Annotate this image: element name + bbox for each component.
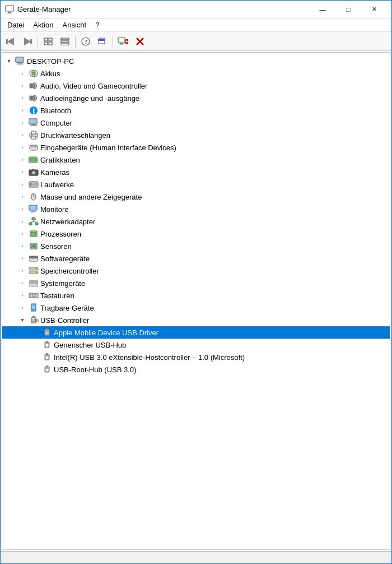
drucker-label: Druckwarteschlangen: [40, 131, 110, 140]
tragbare-expander[interactable]: ›: [18, 303, 27, 312]
gpu-expander[interactable]: ›: [18, 155, 27, 164]
audio-icon: [29, 81, 39, 91]
cpu-icon: [29, 229, 39, 239]
svg-rect-47: [31, 136, 36, 139]
update-driver-button[interactable]: [115, 34, 131, 49]
akkus-expander[interactable]: ›: [18, 69, 27, 78]
svg-point-51: [31, 146, 33, 148]
laufwerke-expander[interactable]: ›: [18, 180, 27, 189]
category-audio[interactable]: › Audio, Video und Gamecontroller: [2, 80, 390, 92]
root-label: DESKTOP-PC: [27, 57, 74, 66]
sysdev-expander[interactable]: ›: [18, 279, 27, 288]
svg-rect-30: [16, 58, 24, 62]
usb-child-root-hub[interactable]: › USB-Root-Hub (USB 3.0): [2, 363, 390, 376]
drucker-expander[interactable]: ›: [18, 131, 27, 140]
menu-datei[interactable]: Datei: [3, 20, 29, 30]
svg-rect-90: [31, 258, 36, 259]
menu-help[interactable]: ?: [91, 20, 104, 30]
root-hub-label: USB-Root-Hub (USB 3.0): [54, 366, 136, 374]
monitore-expander[interactable]: ›: [18, 205, 27, 214]
category-monitore[interactable]: › Monitore: [2, 203, 390, 215]
svg-rect-98: [29, 293, 38, 298]
maeuse-expander[interactable]: ›: [18, 192, 27, 201]
software-expander[interactable]: ›: [18, 254, 27, 263]
audio-expander[interactable]: ›: [18, 81, 27, 90]
root-expander[interactable]: ▼: [4, 57, 13, 66]
svg-rect-8: [44, 42, 48, 45]
help-button[interactable]: ?: [78, 34, 94, 49]
tastaturen-expander[interactable]: ›: [18, 291, 27, 300]
netzwerk-expander[interactable]: ›: [18, 217, 27, 226]
category-prozessoren[interactable]: › Prozessoren: [2, 228, 390, 240]
svg-rect-35: [30, 84, 32, 88]
svg-rect-78: [31, 232, 36, 235]
category-computer[interactable]: › Computer: [2, 117, 390, 129]
back-button[interactable]: [3, 34, 18, 49]
minimize-button[interactable]: —: [310, 1, 335, 19]
tree-root[interactable]: ▼ DESKTOP-PC: [2, 55, 390, 67]
usb-child-generic-hub[interactable]: › Generischer USB-Hub: [2, 339, 390, 351]
svg-line-76: [34, 221, 37, 223]
device-tree[interactable]: ▼ DESKTOP-PC ›: [2, 52, 390, 550]
category-hid[interactable]: › Eingabegeräte (Human Interface Devices…: [2, 141, 390, 154]
apple-usb-label: Apple Mobile Device USB Driver: [54, 329, 158, 337]
sysdev-label: Systemgeräte: [40, 279, 85, 288]
menu-aktion[interactable]: Aktion: [29, 20, 58, 30]
audioeingaenge-expander[interactable]: ›: [18, 94, 27, 103]
view-btn-1[interactable]: [40, 34, 56, 49]
forward-button[interactable]: [20, 34, 35, 49]
speicher-expander[interactable]: ›: [18, 266, 27, 275]
svg-line-75: [31, 221, 34, 223]
usb-label: USB-Controller: [40, 316, 89, 325]
kameras-label: Kameras: [40, 168, 69, 177]
kameras-expander[interactable]: ›: [18, 168, 27, 177]
scan-changes-button[interactable]: [95, 34, 110, 49]
category-laufwerke[interactable]: › Laufwerke: [2, 178, 390, 191]
hid-expander[interactable]: ›: [18, 143, 27, 152]
svg-rect-9: [49, 38, 52, 41]
maximize-button[interactable]: □: [335, 1, 361, 19]
sensoren-expander[interactable]: ›: [18, 242, 27, 251]
svg-marker-38: [32, 95, 35, 101]
category-systemgeraete[interactable]: › Systemgeräte: [2, 277, 390, 289]
root-hub-icon: [42, 364, 52, 375]
category-netzwerk[interactable]: › Netzwerkadapter: [2, 215, 390, 228]
category-usb[interactable]: ▼ USB USB-Controller: [2, 314, 390, 326]
bluetooth-label: Bluetooth: [40, 107, 71, 115]
svg-rect-71: [32, 218, 35, 220]
svg-rect-104: [32, 296, 35, 297]
category-tastaturen[interactable]: › Tastaturen: [2, 289, 390, 302]
monitore-label: Monitore: [40, 205, 69, 214]
category-maeuse[interactable]: › Mäuse und andere Zeigegeräte: [2, 191, 390, 203]
menu-ansicht[interactable]: Ansicht: [58, 20, 91, 30]
monitor-icon: [29, 204, 39, 214]
svg-rect-2: [7, 13, 12, 13]
usb-child-intel[interactable]: › Intel(R) USB 3.0 eXtensible-Hostcontro…: [2, 351, 390, 363]
svg-point-34: [33, 73, 35, 75]
computer-expander[interactable]: ›: [18, 118, 27, 127]
category-akkus[interactable]: › Akkus: [2, 67, 390, 80]
category-speicher[interactable]: › Speichercontroller: [2, 265, 390, 277]
prozessoren-expander[interactable]: ›: [18, 229, 27, 238]
apple-usb-expander: ›: [31, 328, 40, 337]
usb-child-apple[interactable]: › Apple Mobile Device USB Driver: [2, 326, 390, 339]
category-sensoren[interactable]: › Sensoren: [2, 240, 390, 252]
close-button[interactable]: ✕: [361, 1, 387, 19]
category-bluetooth[interactable]: › ᛒ Bluetooth: [2, 104, 390, 117]
usb-expander[interactable]: ▼: [18, 316, 27, 325]
bluetooth-expander[interactable]: ›: [18, 106, 27, 115]
toolbar-separator-3: [113, 36, 113, 47]
uninstall-button[interactable]: [132, 34, 148, 49]
svg-rect-28: [18, 63, 22, 64]
computer-label: Computer: [40, 119, 72, 127]
software-label: Softwaregeräte: [40, 255, 90, 263]
category-tragbare[interactable]: › Tragbare Geräte: [2, 302, 390, 314]
svg-point-63: [31, 184, 32, 185]
category-gpu[interactable]: › Grafikkarten: [2, 154, 390, 166]
software-icon: [29, 253, 39, 263]
category-audioeingaenge[interactable]: › Audioeingänge und -ausgänge: [2, 92, 390, 104]
view-btn-2[interactable]: [57, 34, 73, 49]
category-kameras[interactable]: › Kameras: [2, 166, 390, 178]
category-drucker[interactable]: › Druckwarteschlangen: [2, 129, 390, 141]
category-software[interactable]: › Softwaregeräte: [2, 252, 390, 265]
